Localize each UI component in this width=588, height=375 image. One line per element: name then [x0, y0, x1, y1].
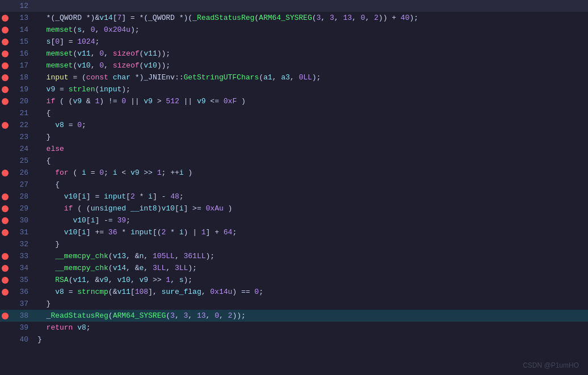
line-number: 35 — [10, 274, 33, 286]
table-row: 34 __memcpy_chk(v14, &e, 3LL, 3LL); — [0, 262, 588, 274]
breakpoint-marker[interactable] — [2, 62, 9, 69]
breakpoint-area[interactable] — [0, 310, 10, 322]
line-number: 39 — [10, 322, 33, 334]
breakpoint-area[interactable] — [0, 298, 10, 310]
breakpoint-marker[interactable] — [2, 265, 9, 272]
breakpoint-area[interactable] — [0, 214, 10, 226]
line-number: 27 — [10, 179, 33, 191]
table-row: 32 } — [0, 238, 588, 250]
breakpoint-marker[interactable] — [2, 217, 9, 224]
breakpoint-marker[interactable] — [2, 50, 9, 57]
breakpoint-area[interactable] — [0, 226, 10, 238]
breakpoint-marker[interactable] — [2, 27, 9, 33]
table-row: 20 if ( (v9 & 1) != 0 || v9 > 512 || v9 … — [0, 95, 588, 107]
table-row: 16 memset(v11, 0, sizeof(v11)); — [0, 48, 588, 60]
breakpoint-area[interactable] — [0, 191, 10, 203]
breakpoint-area[interactable] — [0, 24, 10, 36]
line-number: 12 — [10, 0, 33, 12]
breakpoint-area[interactable] — [0, 107, 10, 119]
breakpoint-area[interactable] — [0, 95, 10, 107]
breakpoint-area[interactable] — [0, 48, 10, 60]
breakpoint-marker[interactable] — [2, 74, 9, 81]
breakpoint-area[interactable] — [0, 262, 10, 274]
breakpoint-area[interactable] — [0, 179, 10, 191]
code-line: for ( i = 0; i < v9 >> 1; ++i ) — [33, 167, 588, 179]
code-line: } — [33, 131, 588, 143]
line-number: 22 — [10, 119, 33, 131]
code-line: *(_QWORD *)&v14[7] = *(_QWORD *)(_ReadSt… — [33, 12, 588, 24]
breakpoint-area[interactable] — [0, 250, 10, 262]
line-number: 20 — [10, 95, 33, 107]
table-row: 23 } — [0, 131, 588, 143]
code-line: input = (const char *)_JNIEnv::GetString… — [33, 71, 588, 83]
table-row: 33 __memcpy_chk(v13, &n, 105LL, 361LL); — [0, 250, 588, 262]
breakpoint-marker[interactable] — [2, 313, 9, 319]
breakpoint-marker[interactable] — [2, 253, 9, 260]
code-line: else — [33, 143, 588, 155]
code-line: v10[i] += 36 * input[(2 * i) | 1] + 64; — [33, 226, 588, 238]
breakpoint-marker[interactable] — [2, 170, 9, 176]
breakpoint-area[interactable] — [0, 71, 10, 83]
breakpoint-area[interactable] — [0, 155, 10, 167]
code-line: } — [33, 298, 588, 310]
line-number: 33 — [10, 250, 33, 262]
table-row: 12 — [0, 0, 588, 12]
breakpoint-area[interactable] — [0, 203, 10, 214]
table-row: 24 else — [0, 143, 588, 155]
code-line: { — [33, 107, 588, 119]
breakpoint-area[interactable] — [0, 238, 10, 250]
line-number: 34 — [10, 262, 33, 274]
breakpoint-marker[interactable] — [2, 193, 9, 200]
breakpoint-area[interactable] — [0, 12, 10, 24]
breakpoint-area[interactable] — [0, 131, 10, 143]
breakpoint-area[interactable] — [0, 119, 10, 131]
breakpoint-area[interactable] — [0, 0, 10, 12]
code-line: v9 = strlen(input); — [33, 83, 588, 95]
line-number: 17 — [10, 60, 33, 71]
breakpoint-marker[interactable] — [2, 98, 9, 105]
line-number: 14 — [10, 24, 33, 36]
breakpoint-area[interactable] — [0, 322, 10, 334]
breakpoint-area[interactable] — [0, 334, 10, 345]
breakpoint-area[interactable] — [0, 83, 10, 95]
code-container: 12 13 *(_QWORD *)&v14[7] = *(_QWORD *)(_… — [0, 0, 588, 375]
breakpoint-area[interactable] — [0, 167, 10, 179]
line-number: 26 — [10, 167, 33, 179]
breakpoint-area[interactable] — [0, 36, 10, 48]
breakpoint-marker[interactable] — [2, 15, 9, 22]
table-row: 38 _ReadStatusReg(ARM64_SYSREG(3, 3, 13,… — [0, 310, 588, 322]
breakpoint-marker[interactable] — [2, 289, 9, 296]
breakpoint-area[interactable] — [0, 60, 10, 71]
table-row: 18 input = (const char *)_JNIEnv::GetStr… — [0, 71, 588, 83]
breakpoint-area[interactable] — [0, 143, 10, 155]
table-row: 21 { — [0, 107, 588, 119]
table-row: 25 { — [0, 155, 588, 167]
table-row: 19 v9 = strlen(input); — [0, 83, 588, 95]
line-number: 18 — [10, 71, 33, 83]
table-row: 31 v10[i] += 36 * input[(2 * i) | 1] + 6… — [0, 226, 588, 238]
table-row: 40 } — [0, 334, 588, 345]
breakpoint-marker[interactable] — [2, 39, 9, 45]
table-row: 30 v10[i] -= 39; — [0, 214, 588, 226]
line-number: 38 — [10, 310, 33, 322]
breakpoint-marker[interactable] — [2, 277, 9, 284]
table-row: 27 { — [0, 179, 588, 191]
code-line: } — [33, 334, 588, 345]
line-number: 23 — [10, 131, 33, 143]
table-row: 26 for ( i = 0; i < v9 >> 1; ++i ) — [0, 167, 588, 179]
table-row: 17 memset(v10, 0, sizeof(v10)); — [0, 60, 588, 71]
line-number: 15 — [10, 36, 33, 48]
code-line: memset(v11, 0, sizeof(v11)); — [33, 48, 588, 60]
line-number: 29 — [10, 203, 33, 214]
breakpoint-marker[interactable] — [2, 122, 9, 129]
code-line: if ( (unsigned __int8)v10[i] >= 0xAu ) — [33, 203, 588, 214]
breakpoint-marker[interactable] — [2, 86, 9, 93]
breakpoint-marker[interactable] — [2, 229, 9, 236]
code-line: memset(v10, 0, sizeof(v10)); — [33, 60, 588, 71]
breakpoint-marker[interactable] — [2, 205, 9, 212]
breakpoint-area[interactable] — [0, 286, 10, 298]
table-row: 29 if ( (unsigned __int8)v10[i] >= 0xAu … — [0, 203, 588, 214]
breakpoint-area[interactable] — [0, 274, 10, 286]
code-line: if ( (v9 & 1) != 0 || v9 > 512 || v9 <= … — [33, 95, 588, 107]
code-line: { — [33, 179, 588, 191]
